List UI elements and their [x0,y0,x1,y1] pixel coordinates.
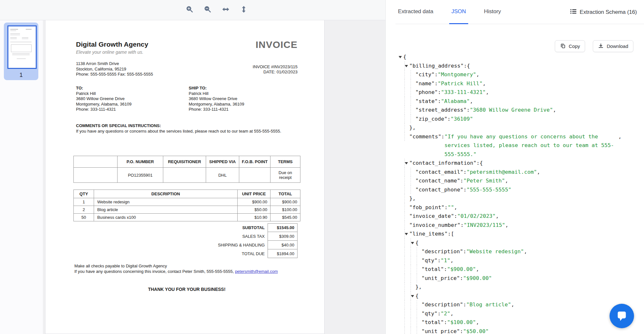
json-line: "contact_name":"Peter Smith", [399,176,644,185]
json-value: "1" [441,256,450,265]
copy-button[interactable]: Copy [555,40,585,52]
json-key: "name": [415,80,438,87]
collapse-arrow-icon[interactable] [411,292,415,301]
text-line: Montgomery, Alabama, 36109 [189,102,244,107]
json-value: "2" [441,309,450,318]
arrow-spacer [411,97,415,106]
json-key: "line_items": [409,231,451,237]
json-line: "name":"Patrick Hill", [399,79,644,88]
fit-height-button[interactable] [240,6,248,14]
arrow-spacer [411,79,415,88]
json-punct: }, [415,284,422,290]
item-cell: Blog article [94,206,238,214]
indent-guide [405,97,411,106]
json-line: "description":"Website redesign", [399,247,644,256]
collapse-arrow-icon[interactable] [405,159,409,168]
tab-json[interactable]: JSON [449,0,468,24]
indent-guide [399,247,405,256]
collapse-arrow-icon[interactable] [405,229,409,238]
chat-launcher-button[interactable] [610,304,634,328]
json-actions: Copy Download [555,40,633,52]
item-cell: $900.00 [238,198,270,206]
company-address: 1138 Arron Smith DriveStockton, Californ… [76,61,153,77]
total-label: SALES TAX [73,232,268,241]
json-line: "total":"$900.00", [399,265,644,274]
thumbnails-sidebar: 1 [0,20,43,334]
indent-guide [399,97,405,106]
arrow-spacer [411,88,415,97]
json-line: "qty":"2", [399,309,644,318]
indent-guide [405,256,411,265]
item-cell: $50.00 [238,206,270,214]
json-value: "$900.00" [447,265,476,274]
tab-extraction-schema[interactable]: Extraction Schema (16) [570,0,637,24]
text-line: 3680 Willow Greene Drive [76,96,131,102]
total-value: $1545.00 [268,223,298,232]
text-line: 1138 Arron Smith Drive [76,61,153,67]
arrow-spacer [417,300,421,309]
indent-guide [399,115,405,124]
text-line: Phone: 333-111-4321 [76,107,131,112]
json-value: "01/02/2023" [457,212,496,221]
tabs: Extracted dataJSONHistory Extraction Sch… [386,0,644,24]
thank-you-note: THANK YOU FOR YOUR BUSINESS! [73,287,300,292]
fit-width-button[interactable] [222,6,230,14]
fit-height-icon [240,5,248,14]
indent-guide [399,238,405,247]
items-header-cell: TOTAL [270,190,300,198]
tab-history[interactable]: History [482,0,503,24]
json-key: "fob_point": [409,204,448,210]
po-header-cell: REQUISITIONER [163,156,206,168]
page-thumbnail[interactable]: 1 [4,23,38,80]
total-value: $40.00 [268,240,298,249]
item-row: 50Business cards x100$10.90$545.00 [74,214,300,221]
arrow-spacer [411,185,415,194]
download-icon [598,43,604,50]
items-header-cell: DESCRIPTION [94,190,238,198]
indent-guide [399,106,405,115]
json-line: { [399,52,644,61]
json-value: "Blog article" [466,300,511,309]
json-value: "If you have any questions or concerns a… [444,132,618,159]
json-key: "contact_information": [409,160,480,166]
zoom-out-button[interactable] [204,6,212,14]
indent-guide [411,327,417,334]
payable-note: Make all checks payable to Digital Growt… [74,263,278,269]
indent-guide [405,79,411,88]
tab-extracted-data[interactable]: Extracted data [396,0,436,24]
ship-to-block: SHIP TO: Patrick Hill3680 Willow Greene … [189,86,244,112]
json-punct: , [537,169,540,175]
comments-text: If you have any questions or concerns ab… [76,128,281,134]
indent-guide [399,194,405,203]
json-value: "333-111-4321" [441,88,486,97]
json-line: "comments":"If you have any questions or… [399,132,644,159]
indent-guide [399,221,405,230]
collapse-arrow-icon[interactable] [399,52,403,61]
json-punct: , [486,89,489,95]
ship-to-label: SHIP TO: [189,86,244,91]
collapse-arrow-icon[interactable] [405,61,409,70]
indent-guide [399,203,405,212]
collapse-arrow-icon[interactable] [411,238,415,247]
indent-guide [405,247,411,256]
json-value: "Peter Smith" [463,176,505,185]
text-line: DATE: 01/02/2023 [253,70,298,75]
company-name: Digital Growth Agency [76,41,148,48]
indent-guide [399,79,405,88]
total-row: SUBTOTAL$1545.00 [73,223,300,232]
indent-guide [411,265,417,274]
json-value: "Website redesign" [466,247,524,256]
json-view: {"billing_address":{"city":"Montgomery",… [386,52,644,334]
download-button[interactable]: Download [593,40,633,52]
text-line: Stockton, California, 95219 [76,67,153,72]
json-key: "phone": [415,89,441,95]
viewer-toolbar [0,0,385,20]
zoom-in-button[interactable] [185,6,194,14]
indent-guide [405,168,411,177]
indent-guide [399,61,405,70]
total-row: SHIPPING & HANDLING$40.00 [73,241,300,249]
zoom-out-icon [204,5,212,14]
json-key: "qty": [421,257,441,264]
indent-guide [405,238,411,247]
arrow-spacer [405,221,409,230]
